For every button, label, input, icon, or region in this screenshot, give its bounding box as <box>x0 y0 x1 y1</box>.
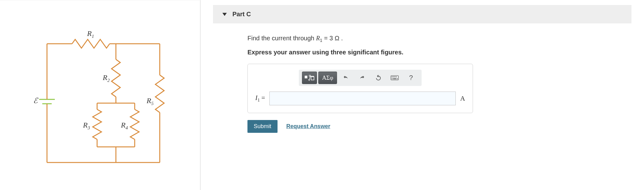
help-button[interactable]: ? <box>403 72 418 84</box>
answer-lhs: I1 = <box>255 92 265 104</box>
svg-rect-10 <box>392 78 392 79</box>
emf-label: ℰ <box>33 97 39 105</box>
svg-rect-7 <box>393 76 394 77</box>
svg-rect-11 <box>393 78 396 79</box>
svg-rect-12 <box>397 78 398 79</box>
svg-rect-5 <box>391 76 398 80</box>
r3-label: R3 <box>83 121 90 130</box>
keyboard-icon <box>391 75 399 81</box>
svg-rect-6 <box>392 76 392 77</box>
svg-rect-8 <box>394 76 395 77</box>
part-header[interactable]: Part C <box>213 5 631 23</box>
templates-button[interactable] <box>302 72 317 84</box>
collapse-caret-icon <box>222 13 227 16</box>
question-panel: Part C Find the current through R1 = 3 Ω… <box>200 0 644 190</box>
redo-button[interactable] <box>355 72 370 84</box>
question-prompt: Find the current through R1 = 3 Ω . <box>247 33 622 44</box>
undo-button[interactable] <box>338 72 353 84</box>
svg-rect-2 <box>305 76 308 78</box>
redo-icon <box>359 75 366 81</box>
fraction-root-icon <box>304 74 315 81</box>
request-answer-link[interactable]: Request Answer <box>286 122 330 131</box>
svg-rect-4 <box>309 75 310 76</box>
undo-icon <box>342 75 349 81</box>
svg-rect-9 <box>396 76 397 77</box>
question-content: Find the current through R1 = 3 Ω . Expr… <box>213 23 631 136</box>
answer-box: ΑΣφ ? I1 = A <box>247 64 473 113</box>
symbols-button[interactable]: ΑΣφ <box>318 72 337 84</box>
svg-rect-3 <box>311 77 314 80</box>
keyboard-button[interactable] <box>387 72 402 84</box>
action-row: Submit Request Answer <box>247 120 622 133</box>
r5-label: R5 <box>146 97 154 106</box>
r4-label: R4 <box>121 121 128 130</box>
answer-input-row: I1 = A <box>255 92 465 105</box>
answer-unit: A <box>460 92 465 104</box>
r1-label: R1 <box>87 29 94 39</box>
r2-label: R2 <box>102 73 110 83</box>
circuit-diagram: ℰ R1 R2 R3 R4 R5 <box>28 19 172 172</box>
reset-icon <box>375 74 382 81</box>
format-instruction: Express your answer using three signific… <box>247 47 622 58</box>
circuit-diagram-panel: ℰ R1 R2 R3 R4 R5 <box>0 0 200 190</box>
answer-input[interactable] <box>269 92 456 105</box>
part-title: Part C <box>232 11 251 18</box>
reset-button[interactable] <box>371 72 386 84</box>
equation-toolbar: ΑΣφ ? <box>299 70 422 86</box>
submit-button[interactable]: Submit <box>247 120 278 133</box>
